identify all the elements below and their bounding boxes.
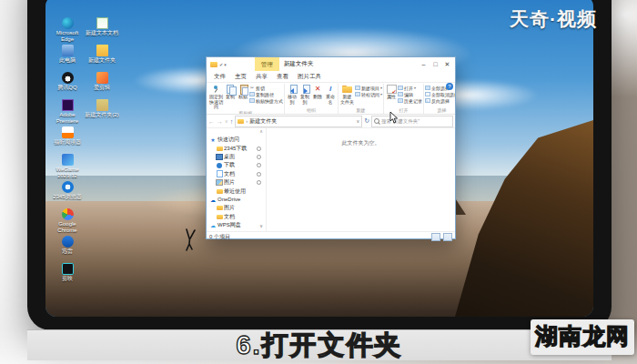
edit-button[interactable]: 编辑 — [398, 91, 422, 97]
window-folder-icon — [210, 62, 217, 67]
desktop-icon[interactable]: 剪映 — [50, 263, 85, 289]
caption-band: 6.打开文件夹 — [27, 329, 612, 360]
properties-button[interactable]: ✔ 属性 — [385, 84, 398, 107]
move-to-icon — [288, 85, 298, 94]
pin-to-quick-access-button[interactable]: 固定到 快速访问 — [208, 84, 224, 110]
desktop-icon-label: 此电脑 — [50, 57, 85, 64]
rename-button[interactable]: I 重命名 — [324, 84, 337, 107]
ribbon-tab[interactable]: 主页 — [230, 73, 251, 81]
desktop-icon[interactable]: 新建文本文档 — [85, 17, 119, 44]
nav-item[interactable]: 最近使用 — [207, 187, 266, 195]
watermark-text-orange: 湖南 — [535, 323, 582, 349]
move-to-button[interactable]: 移动到 — [286, 84, 298, 107]
desktop-icon[interactable]: 迅雷 — [50, 236, 85, 262]
scroll-up-icon[interactable]: ∧ — [259, 128, 263, 134]
easy-access-button[interactable]: 轻松访问 ▾ — [355, 91, 382, 97]
desktop-icon[interactable]: WeGame 2021.12 — [50, 154, 85, 180]
nav-item[interactable]: 2345下载 — [207, 144, 266, 152]
ribbon-tab[interactable]: 共享 — [251, 73, 272, 81]
copy-icon — [226, 85, 236, 94]
nav-item[interactable]: OneDrive — [207, 196, 266, 204]
up-button[interactable]: ↑ — [230, 118, 234, 125]
desktop-icon-glyph — [62, 263, 74, 275]
desktop-icon-label: Microsoft Edge — [50, 30, 85, 42]
ribbon-tab[interactable]: 文件 — [209, 73, 230, 81]
desktop-icon-glyph — [96, 45, 108, 56]
easy-access-icon — [355, 92, 360, 96]
select-none-button[interactable]: 全部取消选择 — [425, 91, 455, 97]
copy-button[interactable]: 复制 — [224, 84, 237, 110]
desktop-icon[interactable]: Google Chrome — [50, 208, 85, 235]
search-input[interactable]: 搜索“新建文件夹” — [371, 116, 453, 127]
desktop-icon-glyph — [96, 17, 108, 29]
desktop-icon[interactable]: 腾讯QQ — [50, 72, 85, 98]
desktop-icon[interactable]: Adobe Premiere — [50, 99, 85, 126]
nav-item[interactable]: 桌面 — [207, 153, 266, 161]
copy-path-button[interactable]: 复制路径 — [249, 91, 283, 97]
nav-item[interactable]: WPS网盘 ∨ — [207, 221, 266, 229]
nav-item-icon — [216, 170, 223, 177]
quick-access-toolbar-dropdown-icon[interactable]: ▾ — [224, 62, 227, 67]
new-folder-button[interactable]: 新建 文件夹 — [339, 84, 355, 107]
recent-locations-dropdown[interactable]: ∨ — [225, 118, 228, 124]
history-button[interactable]: 历史记录 — [398, 97, 422, 104]
details-view-button[interactable] — [431, 233, 440, 241]
group-label-new: 新建 — [339, 107, 382, 114]
pin-indicator — [257, 163, 261, 167]
address-dropdown-icon[interactable]: ∨ — [356, 118, 359, 124]
refresh-button[interactable]: ↻ — [364, 117, 369, 125]
manage-contextual-tab[interactable]: 管理 — [255, 57, 279, 71]
nav-item[interactable]: 快速访问 — [207, 136, 266, 144]
forward-button[interactable]: → — [217, 118, 223, 125]
search-placeholder: 搜索“新建文件夹” — [381, 118, 420, 125]
file-list-area[interactable]: 此文件夹为空。 — [267, 128, 455, 231]
desktop-icon-label: 迅雷 — [50, 248, 85, 255]
open-button[interactable]: 打开 ▾ — [398, 85, 422, 91]
nav-item-icon — [209, 222, 217, 228]
copy-to-button[interactable]: 复制到 — [298, 84, 311, 107]
nav-item-label: WPS网盘 — [217, 221, 241, 229]
edit-icon — [398, 92, 403, 96]
close-button[interactable]: ✕ — [441, 57, 453, 71]
desktop-icon[interactable]: 爱剪辑 — [85, 72, 119, 98]
nav-item-label: OneDrive — [217, 197, 240, 202]
explorer-body: ∧ 快速访问 2345下载 — [207, 128, 455, 231]
maximize-button[interactable]: □ — [430, 57, 441, 71]
cut-button[interactable]: ✂ 剪切 — [249, 85, 283, 91]
paste-shortcut-button[interactable]: 粘贴快捷方式 — [249, 97, 283, 104]
desktop-icon-label: 福昕阅读器 — [50, 139, 85, 146]
paste-button[interactable]: 粘贴 — [237, 84, 249, 110]
nav-item-label: 最近使用 — [224, 187, 246, 196]
desktop-icon-label: 新建文件夹(2) — [85, 112, 119, 118]
quick-access-toolbar-check-icon[interactable]: ✔ — [219, 62, 223, 67]
desktop-icon[interactable]: 此电脑 — [50, 45, 85, 71]
nav-item-icon — [216, 215, 223, 219]
desktop-icon[interactable]: 2345浏览器 — [50, 181, 85, 207]
desktop-icon[interactable]: 新建文件夹 — [85, 45, 119, 71]
back-button[interactable]: ← — [208, 118, 215, 125]
thumbnail-view-button[interactable] — [443, 233, 452, 241]
nav-item[interactable]: 图片 — [207, 204, 266, 212]
invert-selection-button[interactable]: 反向选择 — [425, 97, 455, 104]
help-icon[interactable]: ? — [446, 83, 453, 90]
ribbon-tab[interactable]: 图片工具 — [293, 73, 326, 81]
desktop-icon[interactable]: Microsoft Edge — [50, 17, 85, 44]
desktop-icon[interactable]: 福昕阅读器 — [50, 126, 85, 153]
nav-item-icon — [216, 154, 223, 160]
new-item-button[interactable]: 新建项目 ▾ — [355, 85, 382, 91]
nav-item[interactable]: 图片 — [207, 178, 266, 187]
delete-button[interactable]: ✕ 删除 — [311, 84, 324, 107]
nav-item[interactable]: 文档 — [207, 170, 266, 178]
desktop-icon[interactable]: 新建文件夹(2) — [85, 99, 119, 126]
nav-item[interactable]: 下载 — [207, 161, 266, 169]
desktop-icon-label: 腾讯QQ — [50, 85, 85, 91]
nav-item-label: 2345下载 — [224, 145, 247, 153]
invert-selection-icon — [425, 98, 430, 103]
new-folder-icon — [342, 85, 352, 94]
ribbon-tab[interactable]: 查看 — [272, 73, 293, 81]
desktop-icon-label: 新建文件夹 — [85, 57, 119, 64]
nav-item[interactable]: 文档 — [207, 213, 266, 221]
scissors-icon: ✂ — [249, 86, 255, 90]
minimize-button[interactable]: – — [418, 57, 430, 71]
breadcrumb[interactable]: › 新建文件夹 ∨ — [235, 116, 362, 127]
